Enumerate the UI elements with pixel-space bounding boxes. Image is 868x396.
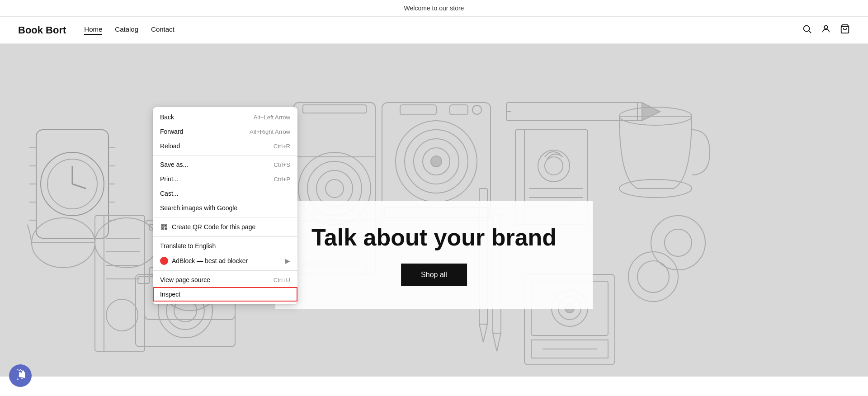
header-icons: [802, 24, 850, 36]
reload-shortcut: Ctrl+R: [274, 143, 290, 150]
qr-code-icon: [160, 223, 168, 231]
svg-rect-96: [162, 225, 163, 226]
reload-label: Reload: [160, 142, 180, 150]
hero-content: Talk about your brand Shop all: [275, 201, 593, 309]
svg-rect-97: [165, 225, 166, 226]
announcement-text: Welcome to our store: [404, 5, 464, 12]
svg-point-47: [431, 156, 442, 167]
context-menu-print[interactable]: Print... Ctrl+P: [153, 172, 297, 186]
separator-4: [153, 270, 297, 271]
context-menu-back[interactable]: Back Alt+Left Arrow: [153, 110, 297, 124]
back-label: Back: [160, 113, 174, 121]
inspect-label: Inspect: [160, 291, 180, 298]
print-label: Print...: [160, 175, 178, 183]
cart-icon[interactable]: [840, 24, 850, 36]
nav-home[interactable]: Home: [84, 25, 102, 35]
svg-rect-99: [165, 228, 166, 229]
print-shortcut: Ctrl+P: [274, 176, 290, 183]
context-menu-search-images[interactable]: Search images with Google: [153, 201, 297, 215]
context-menu-translate[interactable]: Translate to English: [153, 239, 297, 253]
svg-rect-101: [165, 229, 166, 230]
save-as-shortcut: Ctrl+S: [274, 161, 290, 168]
hero-title: Talk about your brand: [311, 224, 557, 251]
context-menu: Back Alt+Left Arrow Forward Alt+Right Ar…: [153, 107, 297, 304]
context-menu-save-as[interactable]: Save as... Ctrl+S: [153, 157, 297, 172]
adblock-arrow: ▶: [285, 257, 290, 264]
svg-point-0: [804, 26, 810, 32]
search-images-label: Search images with Google: [160, 204, 237, 212]
svg-rect-100: [166, 228, 167, 229]
back-shortcut: Alt+Left Arrow: [254, 114, 290, 121]
save-as-label: Save as...: [160, 161, 188, 168]
separator-2: [153, 217, 297, 217]
separator-3: [153, 236, 297, 237]
svg-rect-102: [166, 229, 167, 230]
announcement-bar: Welcome to our store: [0, 0, 868, 17]
view-source-label: View page source: [160, 276, 210, 283]
svg-line-1: [809, 31, 811, 33]
context-menu-inspect[interactable]: Inspect: [153, 287, 297, 302]
svg-rect-98: [162, 228, 163, 229]
separator-1: [153, 155, 297, 156]
main-nav: Home Catalog Contact: [84, 25, 802, 35]
shopify-badge[interactable]: [9, 364, 32, 387]
nav-contact[interactable]: Contact: [151, 25, 175, 35]
nav-catalog[interactable]: Catalog: [115, 25, 138, 35]
svg-point-2: [824, 26, 827, 29]
context-menu-cast[interactable]: Cast...: [153, 186, 297, 201]
context-menu-qr-code[interactable]: Create QR Code for this page: [153, 219, 297, 235]
adblock-icon: [160, 257, 168, 265]
context-menu-forward[interactable]: Forward Alt+Right Arrow: [153, 124, 297, 139]
view-source-shortcut: Ctrl+U: [274, 277, 290, 283]
search-icon[interactable]: [802, 24, 812, 36]
logo[interactable]: Book Bort: [18, 24, 66, 36]
cast-label: Cast...: [160, 190, 178, 197]
qr-code-label: Create QR Code for this page: [172, 223, 255, 231]
header: Book Bort Home Catalog Contact: [0, 17, 868, 44]
context-menu-view-source[interactable]: View page source Ctrl+U: [153, 273, 297, 287]
context-menu-reload[interactable]: Reload Ctrl+R: [153, 139, 297, 153]
translate-label: Translate to English: [160, 242, 216, 250]
account-icon[interactable]: [821, 24, 831, 36]
forward-label: Forward: [160, 128, 183, 135]
hero-section: Talk about your brand Shop all Back Alt+…: [0, 44, 868, 377]
forward-shortcut: Alt+Right Arrow: [250, 128, 290, 135]
adblock-label: AdBlock — best ad blocker: [172, 257, 248, 264]
context-menu-adblock[interactable]: AdBlock — best ad blocker ▶: [153, 253, 297, 269]
shop-all-button[interactable]: Shop all: [401, 264, 467, 286]
